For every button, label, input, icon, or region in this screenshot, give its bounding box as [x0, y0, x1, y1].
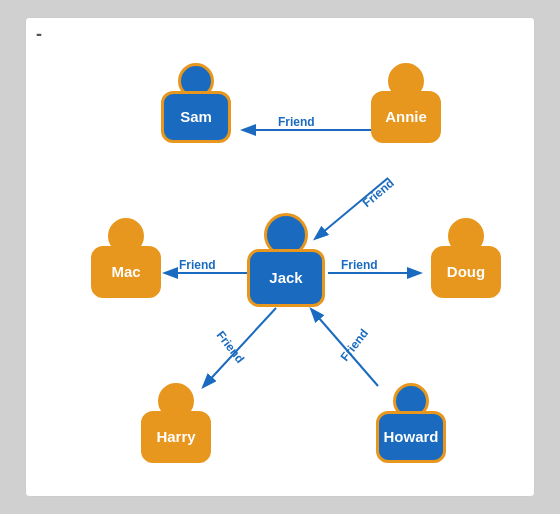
- label-jack-harry: Friend: [214, 328, 248, 366]
- doug-label: Doug: [447, 264, 485, 281]
- label-annie-jack: Friend: [360, 176, 397, 210]
- node-howard: Howard: [371, 383, 451, 463]
- doug-body: Doug: [431, 246, 501, 298]
- annie-body: Annie: [371, 91, 441, 143]
- label-jack-mac: Friend: [179, 258, 216, 272]
- howard-label: Howard: [383, 429, 438, 446]
- node-mac: Mac: [86, 218, 166, 298]
- harry-body: Harry: [141, 411, 211, 463]
- howard-body: Howard: [376, 411, 446, 463]
- harry-label: Harry: [156, 429, 195, 446]
- node-jack: Jack: [246, 213, 326, 307]
- node-doug: Doug: [426, 218, 506, 298]
- jack-body: Jack: [247, 249, 325, 307]
- node-annie: Annie: [366, 63, 446, 143]
- node-sam: Sam: [156, 63, 236, 143]
- label-jack-doug: Friend: [341, 258, 378, 272]
- jack-label: Jack: [269, 270, 302, 287]
- label-howard-jack: Friend: [338, 326, 372, 364]
- mac-body: Mac: [91, 246, 161, 298]
- sam-label: Sam: [180, 109, 212, 126]
- node-harry: Harry: [136, 383, 216, 463]
- annie-label: Annie: [385, 109, 427, 126]
- graph-canvas: - Friend Friend Friend Friend Friend Fri…: [25, 17, 535, 497]
- minus-icon: -: [36, 24, 42, 45]
- label-annie-sam: Friend: [278, 115, 315, 129]
- mac-label: Mac: [111, 264, 140, 281]
- sam-body: Sam: [161, 91, 231, 143]
